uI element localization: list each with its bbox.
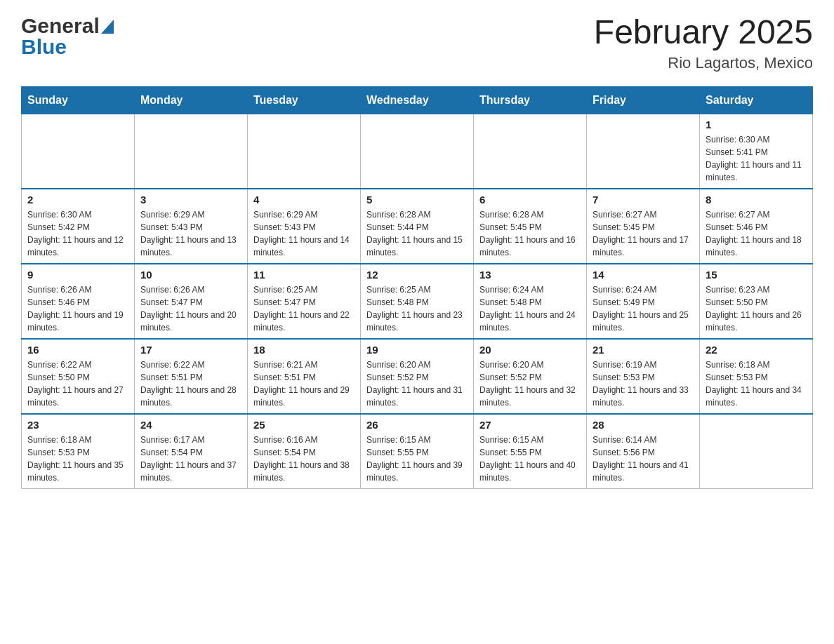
table-row: 27Sunrise: 6:15 AM Sunset: 5:55 PM Dayli…: [474, 414, 587, 489]
table-row: 22Sunrise: 6:18 AM Sunset: 5:53 PM Dayli…: [700, 339, 813, 414]
day-info: Sunrise: 6:26 AM Sunset: 5:47 PM Dayligh…: [140, 283, 241, 334]
day-info: Sunrise: 6:18 AM Sunset: 5:53 PM Dayligh…: [706, 358, 807, 409]
day-info: Sunrise: 6:22 AM Sunset: 5:50 PM Dayligh…: [27, 358, 128, 409]
table-row: 10Sunrise: 6:26 AM Sunset: 5:47 PM Dayli…: [135, 264, 248, 339]
table-row: 24Sunrise: 6:17 AM Sunset: 5:54 PM Dayli…: [135, 414, 248, 489]
day-number: 4: [253, 194, 355, 206]
day-info: Sunrise: 6:28 AM Sunset: 5:45 PM Dayligh…: [479, 208, 581, 259]
table-row: 9Sunrise: 6:26 AM Sunset: 5:46 PM Daylig…: [22, 264, 135, 339]
table-row: [248, 114, 361, 189]
day-number: 2: [27, 194, 128, 206]
day-number: 1: [706, 119, 807, 130]
day-info: Sunrise: 6:15 AM Sunset: 5:55 PM Dayligh…: [479, 434, 581, 484]
day-info: Sunrise: 6:29 AM Sunset: 5:43 PM Dayligh…: [140, 208, 241, 259]
table-row: 23Sunrise: 6:18 AM Sunset: 5:53 PM Dayli…: [22, 414, 135, 489]
day-info: Sunrise: 6:21 AM Sunset: 5:51 PM Dayligh…: [253, 358, 355, 409]
day-info: Sunrise: 6:27 AM Sunset: 5:46 PM Dayligh…: [706, 208, 807, 259]
calendar-title: February 2025: [594, 14, 813, 51]
table-row: 16Sunrise: 6:22 AM Sunset: 5:50 PM Dayli…: [22, 339, 135, 414]
table-row: 1Sunrise: 6:30 AM Sunset: 5:41 PM Daylig…: [700, 114, 813, 189]
table-row: 6Sunrise: 6:28 AM Sunset: 5:45 PM Daylig…: [474, 189, 587, 264]
table-row: 18Sunrise: 6:21 AM Sunset: 5:51 PM Dayli…: [248, 339, 361, 414]
table-row: 28Sunrise: 6:14 AM Sunset: 5:56 PM Dayli…: [587, 414, 700, 489]
day-number: 5: [366, 194, 468, 206]
day-info: Sunrise: 6:17 AM Sunset: 5:54 PM Dayligh…: [140, 434, 241, 484]
day-number: 7: [593, 194, 694, 206]
table-row: 20Sunrise: 6:20 AM Sunset: 5:52 PM Dayli…: [474, 339, 587, 414]
day-info: Sunrise: 6:29 AM Sunset: 5:43 PM Dayligh…: [253, 208, 355, 259]
day-number: 15: [706, 269, 807, 281]
day-number: 25: [253, 419, 355, 431]
table-row: 4Sunrise: 6:29 AM Sunset: 5:43 PM Daylig…: [248, 189, 361, 264]
table-row: [587, 114, 700, 189]
col-saturday: Saturday: [700, 86, 813, 114]
table-row: [700, 414, 813, 489]
table-row: 14Sunrise: 6:24 AM Sunset: 5:49 PM Dayli…: [587, 264, 700, 339]
table-row: 5Sunrise: 6:28 AM Sunset: 5:44 PM Daylig…: [361, 189, 474, 264]
day-number: 20: [479, 344, 581, 356]
table-row: 11Sunrise: 6:25 AM Sunset: 5:47 PM Dayli…: [248, 264, 361, 339]
day-number: 8: [706, 194, 807, 206]
day-number: 24: [140, 419, 241, 431]
logo-arrow-icon: [101, 20, 114, 34]
day-number: 21: [593, 344, 694, 356]
table-row: [361, 114, 474, 189]
logo: General Blue: [21, 14, 114, 59]
day-info: Sunrise: 6:22 AM Sunset: 5:51 PM Dayligh…: [140, 358, 241, 409]
table-row: 25Sunrise: 6:16 AM Sunset: 5:54 PM Dayli…: [248, 414, 361, 489]
table-row: 15Sunrise: 6:23 AM Sunset: 5:50 PM Dayli…: [700, 264, 813, 339]
day-number: 27: [479, 419, 581, 431]
day-number: 12: [366, 269, 468, 281]
table-row: 12Sunrise: 6:25 AM Sunset: 5:48 PM Dayli…: [361, 264, 474, 339]
calendar-header-row: Sunday Monday Tuesday Wednesday Thursday…: [22, 86, 813, 114]
day-number: 14: [593, 269, 694, 281]
day-info: Sunrise: 6:28 AM Sunset: 5:44 PM Dayligh…: [366, 208, 468, 259]
day-number: 6: [479, 194, 581, 206]
table-row: [22, 114, 135, 189]
table-row: 7Sunrise: 6:27 AM Sunset: 5:45 PM Daylig…: [587, 189, 700, 264]
day-number: 26: [366, 419, 468, 431]
day-info: Sunrise: 6:20 AM Sunset: 5:52 PM Dayligh…: [479, 358, 581, 409]
table-row: [474, 114, 587, 189]
day-info: Sunrise: 6:30 AM Sunset: 5:42 PM Dayligh…: [27, 208, 128, 259]
day-info: Sunrise: 6:23 AM Sunset: 5:50 PM Dayligh…: [706, 283, 807, 334]
table-row: 3Sunrise: 6:29 AM Sunset: 5:43 PM Daylig…: [135, 189, 248, 264]
logo-general-text: General: [21, 14, 100, 38]
day-info: Sunrise: 6:18 AM Sunset: 5:53 PM Dayligh…: [27, 434, 128, 484]
table-row: 17Sunrise: 6:22 AM Sunset: 5:51 PM Dayli…: [135, 339, 248, 414]
calendar-subtitle: Rio Lagartos, Mexico: [594, 54, 813, 72]
day-info: Sunrise: 6:24 AM Sunset: 5:49 PM Dayligh…: [593, 283, 694, 334]
table-row: 19Sunrise: 6:20 AM Sunset: 5:52 PM Dayli…: [361, 339, 474, 414]
page-header: General Blue February 2025 Rio Lagartos,…: [21, 14, 813, 72]
table-row: 21Sunrise: 6:19 AM Sunset: 5:53 PM Dayli…: [587, 339, 700, 414]
table-row: 26Sunrise: 6:15 AM Sunset: 5:55 PM Dayli…: [361, 414, 474, 489]
day-number: 19: [366, 344, 468, 356]
table-row: [135, 114, 248, 189]
day-number: 22: [706, 344, 807, 356]
day-number: 28: [593, 419, 694, 431]
day-number: 13: [479, 269, 581, 281]
table-row: 2Sunrise: 6:30 AM Sunset: 5:42 PM Daylig…: [22, 189, 135, 264]
day-number: 9: [27, 269, 128, 281]
title-block: February 2025 Rio Lagartos, Mexico: [594, 14, 813, 72]
day-info: Sunrise: 6:20 AM Sunset: 5:52 PM Dayligh…: [366, 358, 468, 409]
col-tuesday: Tuesday: [248, 86, 361, 114]
day-number: 3: [140, 194, 241, 206]
day-info: Sunrise: 6:14 AM Sunset: 5:56 PM Dayligh…: [593, 434, 694, 484]
day-number: 10: [140, 269, 241, 281]
col-monday: Monday: [135, 86, 248, 114]
col-wednesday: Wednesday: [361, 86, 474, 114]
day-info: Sunrise: 6:25 AM Sunset: 5:48 PM Dayligh…: [366, 283, 468, 334]
col-thursday: Thursday: [474, 86, 587, 114]
day-info: Sunrise: 6:16 AM Sunset: 5:54 PM Dayligh…: [253, 434, 355, 484]
day-number: 23: [27, 419, 128, 431]
table-row: 8Sunrise: 6:27 AM Sunset: 5:46 PM Daylig…: [700, 189, 813, 264]
day-info: Sunrise: 6:27 AM Sunset: 5:45 PM Dayligh…: [593, 208, 694, 259]
day-info: Sunrise: 6:26 AM Sunset: 5:46 PM Dayligh…: [27, 283, 128, 334]
table-row: 13Sunrise: 6:24 AM Sunset: 5:48 PM Dayli…: [474, 264, 587, 339]
day-number: 16: [27, 344, 128, 356]
day-number: 18: [253, 344, 355, 356]
day-number: 17: [140, 344, 241, 356]
day-info: Sunrise: 6:15 AM Sunset: 5:55 PM Dayligh…: [366, 434, 468, 484]
day-info: Sunrise: 6:19 AM Sunset: 5:53 PM Dayligh…: [593, 358, 694, 409]
